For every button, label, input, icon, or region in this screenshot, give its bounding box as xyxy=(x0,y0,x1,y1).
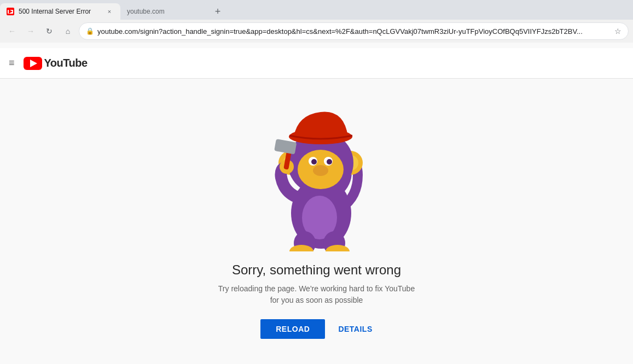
error-section: Sorry, something went wrong Try reloadin… xyxy=(0,79,633,364)
partial-tab-label: youtube.com xyxy=(127,8,165,15)
active-tab[interactable]: 500 Internal Server Error × xyxy=(0,3,120,20)
youtube-logo-text: YouTube xyxy=(44,57,88,69)
reload-nav-button[interactable]: ↻ xyxy=(42,24,57,39)
tab-bar: 500 Internal Server Error × youtube.com … xyxy=(0,0,633,20)
url-text: youtube.com/signin?action_handle_signin=… xyxy=(97,27,611,36)
browser-chrome: 500 Internal Server Error × youtube.com … xyxy=(0,0,633,43)
svg-point-15 xyxy=(327,159,332,165)
details-button[interactable]: DETAILS xyxy=(338,325,372,333)
address-bar-row: ← → ↻ ⌂ 🔒 youtube.com/signin?action_hand… xyxy=(0,20,633,43)
error-action-buttons: RELOAD DETAILS xyxy=(260,319,372,339)
tab-title: 500 Internal Server Error xyxy=(19,8,101,15)
back-button[interactable]: ← xyxy=(4,24,20,39)
error-desc-line1: Try reloading the page. We're working ha… xyxy=(218,284,415,293)
tab-close-button[interactable]: × xyxy=(105,7,114,16)
error-desc-line2: for you as soon as possible xyxy=(270,296,363,304)
error-description: Try reloading the page. We're working ha… xyxy=(218,283,415,306)
error-monkey-illustration xyxy=(257,82,377,251)
tab-favicon xyxy=(7,8,14,15)
page-content: ≡ YouTube xyxy=(0,43,633,364)
error-heading: Sorry, something went wrong xyxy=(232,262,401,278)
forward-button[interactable]: → xyxy=(23,24,38,39)
partial-tab[interactable]: youtube.com xyxy=(120,3,208,20)
youtube-logo[interactable]: YouTube xyxy=(24,57,88,70)
new-tab-button[interactable]: + xyxy=(210,4,225,19)
svg-point-16 xyxy=(313,165,328,176)
youtube-header: ≡ YouTube xyxy=(0,48,633,79)
youtube-logo-icon xyxy=(24,57,42,70)
reload-button[interactable]: RELOAD xyxy=(260,319,325,339)
home-button[interactable]: ⌂ xyxy=(60,24,76,39)
svg-rect-20 xyxy=(274,139,297,154)
hamburger-menu-icon[interactable]: ≡ xyxy=(9,57,15,69)
address-bar[interactable]: 🔒 youtube.com/signin?action_handle_signi… xyxy=(79,22,629,40)
svg-point-14 xyxy=(311,159,317,165)
bookmark-icon[interactable]: ☆ xyxy=(614,27,622,36)
youtube-play-triangle xyxy=(30,60,37,67)
lock-icon: 🔒 xyxy=(86,27,94,35)
